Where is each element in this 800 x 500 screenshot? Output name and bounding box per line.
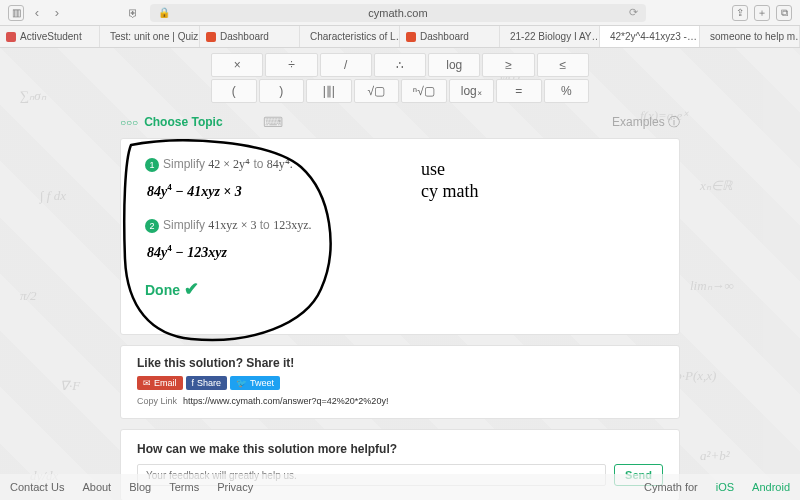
mail-icon: ✉	[143, 378, 151, 388]
browser-tab[interactable]: Characteristics of L…	[300, 26, 400, 47]
bg-formula: limₙ→∞	[690, 278, 734, 294]
favicon	[206, 32, 216, 42]
browser-tab[interactable]: Dashboard	[200, 26, 300, 47]
bg-formula: ∫ f dx	[40, 188, 66, 204]
footer-platform-label: Cymath for	[644, 481, 698, 493]
tab-label: 42*2y^4-41xyz3 -…	[610, 31, 697, 42]
browser-tab[interactable]: someone to help m…	[700, 26, 800, 47]
back-button[interactable]: ‹	[30, 5, 44, 20]
shield-icon[interactable]: ⛨	[128, 7, 139, 19]
reload-icon[interactable]: ⟳	[629, 6, 638, 19]
choose-topic-button[interactable]: Choose Topic	[144, 115, 222, 129]
keypad-key[interactable]: √▢	[354, 79, 400, 103]
choose-topic-dots-icon: ○○○	[120, 117, 138, 128]
keyboard-toggle-icon[interactable]: ⌨	[263, 114, 283, 130]
keypad-key[interactable]: log	[428, 53, 480, 77]
twitter-icon: 🐦	[236, 378, 247, 388]
keypad-key[interactable]: ≥	[482, 53, 534, 77]
step-number-badge: 1	[145, 158, 159, 172]
share-icon[interactable]: ⇪	[732, 5, 748, 21]
browser-tab[interactable]: Dashboard	[400, 26, 500, 47]
lock-icon: 🔒	[158, 7, 170, 18]
bg-formula: a²+b²	[700, 448, 730, 464]
browser-tab[interactable]: Test: unit one | Quiz…	[100, 26, 200, 47]
share-url[interactable]: https://www.cymath.com/answer?q=42%20*2%…	[183, 396, 388, 406]
footer-link[interactable]: Blog	[129, 481, 151, 493]
solution-step: 1Simplify 42 × 2y⁴ to 84y⁴.	[145, 157, 655, 172]
math-keypad: ×÷/∴log≥≤()|∥|√▢ⁿ√▢logₓ=%	[210, 48, 590, 104]
browser-toolbar: ▥ ‹ › ⛨ 🔒 cymath.com ⟳ ⇪ ＋ ⧉	[0, 0, 800, 26]
handwritten-annotation: use cy math	[421, 159, 478, 202]
bg-formula: xₙ∈ℝ	[700, 178, 732, 194]
handwriting-line-1: use	[421, 159, 478, 181]
keypad-key[interactable]: ÷	[265, 53, 317, 77]
address-host: cymath.com	[368, 7, 427, 19]
solution-formula: 84y4 − 123xyz	[147, 243, 655, 261]
topic-toolbar: ○○○ Choose Topic ⌨ Examples ⓘ	[120, 112, 680, 132]
keypad-key[interactable]: ⁿ√▢	[401, 79, 447, 103]
tab-label: Dashboard	[220, 31, 269, 42]
new-tab-icon[interactable]: ＋	[754, 5, 770, 21]
keypad-key[interactable]: logₓ	[449, 79, 495, 103]
copy-link-label[interactable]: Copy Link	[137, 396, 177, 406]
favicon	[406, 32, 416, 42]
bg-formula: ∇·F	[60, 378, 80, 394]
tab-label: Characteristics of L…	[310, 31, 400, 42]
keypad-key[interactable]: %	[544, 79, 590, 103]
page-footer: Contact UsAboutBlogTermsPrivacy Cymath f…	[0, 474, 800, 500]
forward-button[interactable]: ›	[50, 5, 64, 20]
solution-card: use cy math 1Simplify 42 × 2y⁴ to 84y⁴.8…	[120, 138, 680, 335]
bg-formula: ∑ₙσₙ	[20, 88, 46, 104]
keypad-key[interactable]: /	[320, 53, 372, 77]
footer-link[interactable]: Terms	[169, 481, 199, 493]
keypad-key[interactable]: ≤	[537, 53, 589, 77]
facebook-icon: f	[192, 378, 195, 388]
tab-label: someone to help m…	[710, 31, 800, 42]
solution-step: 2Simplify 41xyz × 3 to 123xyz.	[145, 218, 655, 233]
address-bar[interactable]: ⛨ 🔒 cymath.com ⟳	[150, 4, 646, 22]
feedback-title: How can we make this solution more helpf…	[137, 442, 663, 456]
tabs-overview-icon[interactable]: ⧉	[776, 5, 792, 21]
keypad-key[interactable]: )	[259, 79, 305, 103]
browser-tab[interactable]: 21-22 Biology I AY…	[500, 26, 600, 47]
tab-label: ActiveStudent	[20, 31, 82, 42]
tab-strip: ActiveStudentTest: unit one | Quiz…Dashb…	[0, 26, 800, 48]
share-title: Like this solution? Share it!	[137, 356, 663, 370]
done-label: Done✔	[145, 278, 655, 300]
browser-tab[interactable]: ActiveStudent	[0, 26, 100, 47]
footer-link[interactable]: Privacy	[217, 481, 253, 493]
footer-android-link[interactable]: Android	[752, 481, 790, 493]
handwriting-line-2: cy math	[421, 181, 478, 203]
check-icon: ✔	[184, 279, 199, 299]
keypad-key[interactable]: ∴	[374, 53, 426, 77]
share-card: Like this solution? Share it! ✉Email fSh…	[120, 345, 680, 419]
sidebar-toggle-icon[interactable]: ▥	[8, 5, 24, 21]
tab-label: 21-22 Biology I AY…	[510, 31, 600, 42]
step-number-badge: 2	[145, 219, 159, 233]
tab-label: Dashboard	[420, 31, 469, 42]
share-twitter-button[interactable]: 🐦Tweet	[230, 376, 280, 390]
examples-button[interactable]: Examples ⓘ	[612, 114, 680, 131]
page-content: ∑ₙσₙf(x)=a·eˣ∫ f dxxₙ∈ℝπ/2limₙ→∞∇·Fg<p·P…	[0, 48, 800, 500]
keypad-key[interactable]: |∥|	[306, 79, 352, 103]
bg-formula: π/2	[20, 288, 37, 304]
share-email-button[interactable]: ✉Email	[137, 376, 183, 390]
footer-link[interactable]: About	[82, 481, 111, 493]
favicon	[6, 32, 16, 42]
footer-link[interactable]: Contact Us	[10, 481, 64, 493]
browser-tab[interactable]: 42*2y^4-41xyz3 -…	[600, 26, 700, 47]
solution-formula: 84y4 − 41xyz × 3	[147, 182, 655, 200]
keypad-key[interactable]: =	[496, 79, 542, 103]
share-facebook-button[interactable]: fShare	[186, 376, 228, 390]
keypad-key[interactable]: (	[211, 79, 257, 103]
tab-label: Test: unit one | Quiz…	[110, 31, 200, 42]
keypad-key[interactable]: ×	[211, 53, 263, 77]
footer-ios-link[interactable]: iOS	[716, 481, 734, 493]
